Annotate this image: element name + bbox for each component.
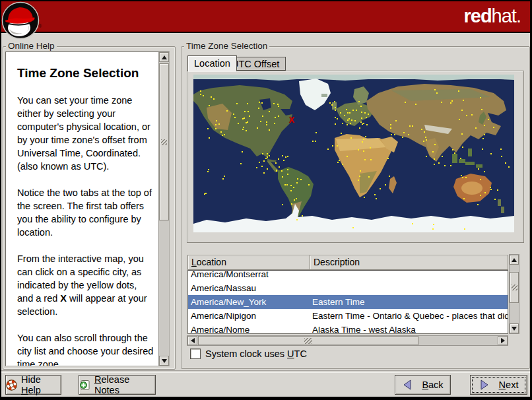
city-dot[interactable] [257,127,258,129]
city-dot[interactable] [352,227,354,228]
city-dot[interactable] [209,137,210,139]
city-dot[interactable] [494,199,496,200]
city-dot[interactable] [462,177,463,178]
city-dot[interactable] [477,204,479,205]
city-dot[interactable] [460,158,461,159]
city-dot[interactable] [302,215,303,217]
city-dot[interactable] [438,162,440,164]
city-dot[interactable] [294,199,295,201]
city-dot[interactable] [433,224,434,225]
city-dot[interactable] [490,187,491,188]
city-dot[interactable] [247,121,248,123]
city-dot[interactable] [246,122,247,123]
city-dot[interactable] [458,90,459,92]
city-dot[interactable] [216,120,217,121]
city-dot[interactable] [244,117,245,119]
city-dot[interactable] [368,114,369,115]
city-dot[interactable] [263,160,265,162]
city-dot[interactable] [461,175,462,176]
city-dot[interactable] [363,123,364,124]
city-dot[interactable] [362,123,363,125]
city-dot[interactable] [335,110,336,111]
city-dot[interactable] [200,94,201,95]
city-dot[interactable] [286,184,288,185]
city-dot[interactable] [360,106,362,107]
city-dot[interactable] [350,123,351,124]
city-dot[interactable] [278,106,279,107]
city-dot[interactable] [363,150,364,152]
city-dot[interactable] [442,156,443,157]
city-dot[interactable] [380,188,381,189]
city-dot[interactable] [277,104,279,105]
city-dot[interactable] [444,165,446,166]
city-dot[interactable] [415,104,416,105]
city-dot[interactable] [234,117,236,118]
city-dot[interactable] [329,102,331,104]
city-dot[interactable] [409,125,411,127]
city-dot[interactable] [308,184,310,185]
table-row[interactable]: America/NipigonEastern Time - Ontario & … [188,309,508,323]
city-dot[interactable] [363,139,364,140]
city-dot[interactable] [352,110,354,111]
timezone-list[interactable]: America/Montserrat America/Nassau Americ… [187,270,508,334]
city-dot[interactable] [347,156,348,157]
city-dot[interactable] [242,151,243,152]
city-dot[interactable] [484,125,485,126]
city-dot[interactable] [296,198,297,199]
hscroll-thumb[interactable] [198,336,418,345]
city-dot[interactable] [276,170,277,171]
city-dot[interactable] [242,129,244,130]
city-dot[interactable] [236,103,238,104]
city-dot[interactable] [434,158,435,160]
city-dot[interactable] [402,137,403,138]
city-dot[interactable] [432,228,434,230]
city-dot[interactable] [261,166,263,167]
utc-checkbox-label[interactable]: System clock uses UTC [205,349,307,359]
city-dot[interactable] [335,107,336,108]
city-dot[interactable] [291,203,292,205]
table-row[interactable]: America/Montserrat [188,270,508,281]
city-dot[interactable] [362,141,363,143]
table-row[interactable]: America/New_YorkEastern Time [188,295,508,309]
city-dot[interactable] [464,228,465,230]
city-dot[interactable] [218,123,220,125]
city-dot[interactable] [247,103,248,104]
city-dot[interactable] [316,132,317,133]
city-dot[interactable] [356,110,357,111]
city-dot[interactable] [368,176,370,178]
city-dot[interactable] [480,195,481,196]
city-dot[interactable] [405,102,406,103]
city-dot[interactable] [205,193,207,194]
city-dot[interactable] [287,174,288,175]
city-dot[interactable] [220,131,222,133]
city-dot[interactable] [478,168,479,170]
city-dot[interactable] [293,187,294,188]
city-dot[interactable] [263,172,265,174]
city-dot[interactable] [327,149,329,150]
city-dot[interactable] [421,129,422,130]
city-dot[interactable] [226,110,228,112]
table-row[interactable]: America/NomeAlaska Time - west Alaska [188,323,508,334]
city-dot[interactable] [224,176,225,177]
city-dot[interactable] [339,160,340,161]
city-dot[interactable] [462,147,463,148]
city-dot[interactable] [269,111,270,112]
city-dot[interactable] [282,204,283,205]
city-dot[interactable] [273,103,275,104]
city-dot[interactable] [465,177,467,178]
city-dot[interactable] [208,169,209,170]
city-dot[interactable] [358,101,360,102]
city-dot[interactable] [342,123,343,124]
city-dot[interactable] [203,95,204,96]
city-dot[interactable] [337,162,339,163]
city-dot[interactable] [282,176,283,178]
city-dot[interactable] [364,159,366,160]
city-dot[interactable] [424,131,425,133]
city-dot[interactable] [395,120,397,121]
city-dot[interactable] [451,100,453,102]
city-dot[interactable] [432,151,434,152]
city-dot[interactable] [278,158,279,160]
city-dot[interactable] [215,124,216,125]
city-dot[interactable] [425,137,426,138]
city-dot[interactable] [267,153,268,154]
